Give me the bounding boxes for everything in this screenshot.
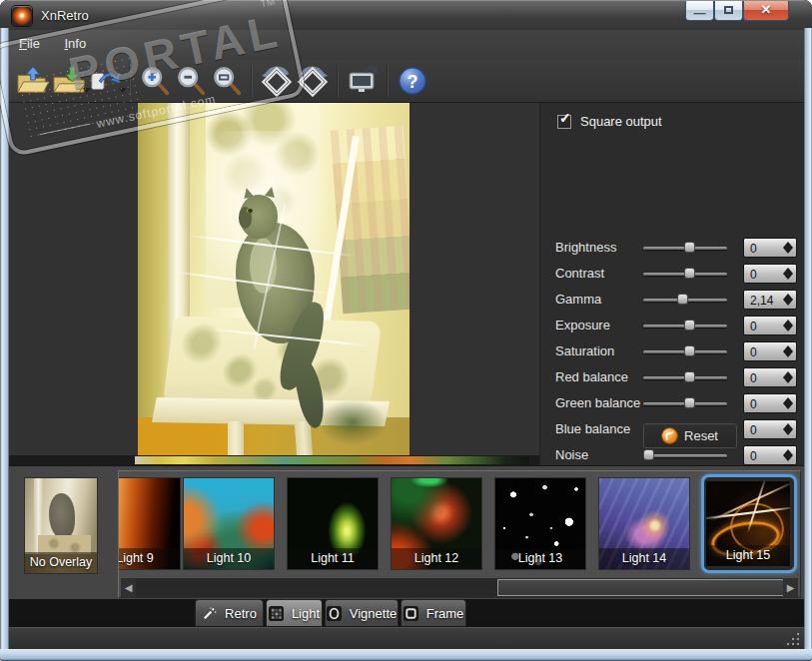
thumbnail-light-9[interactable]: Light 9 (118, 478, 180, 569)
zoom-fit-icon (211, 65, 243, 97)
share-button[interactable] (87, 63, 123, 99)
category-tabs-bar: Retro Light Vignette Frame (9, 599, 804, 627)
overlay-scrollbar[interactable]: ◀ ▶ (121, 578, 798, 597)
gamma-spinbox[interactable]: 2,14 (743, 290, 797, 310)
contrast-spinbox[interactable]: 0 (743, 264, 797, 284)
slider-thumb[interactable] (643, 449, 654, 460)
thumbnail-label: No Overlay (25, 552, 97, 573)
zoom-out-button[interactable] (173, 63, 209, 99)
slider-thumb[interactable] (684, 242, 695, 253)
spin-down-arrow[interactable] (783, 274, 793, 280)
open-folder-icon (16, 65, 50, 97)
gamma-slider[interactable] (643, 299, 727, 302)
close-button[interactable]: ✕ (743, 1, 789, 21)
image-preview-area[interactable] (9, 103, 539, 465)
noise-slider[interactable] (643, 454, 727, 457)
window-border-bottom (0, 649, 812, 661)
rotate-right-button[interactable] (295, 63, 331, 99)
control-row-brightness: Brightness 0 (540, 238, 804, 258)
green-balance-slider[interactable] (643, 402, 727, 405)
share-dropdown-caret[interactable] (119, 88, 127, 93)
rotate-display-button[interactable] (345, 63, 381, 99)
preview-bottom-band (9, 455, 539, 465)
thumbnail-label: Light 11 (288, 548, 378, 569)
thumbnail-light-13[interactable]: Light 13 (495, 478, 585, 569)
contrast-slider[interactable] (643, 273, 727, 276)
square-output-checkbox[interactable]: ✓ (557, 115, 571, 129)
brightness-slider[interactable] (643, 247, 727, 250)
scroll-right-arrow[interactable]: ▶ (783, 578, 798, 597)
slider-thumb[interactable] (684, 371, 695, 382)
green-balance-spinbox[interactable]: 0 (743, 393, 797, 413)
scrollbar-thumb[interactable] (497, 579, 789, 596)
zoom-fit-button[interactable] (209, 63, 245, 99)
noise-spinbox[interactable]: 0 (743, 445, 797, 465)
save-button[interactable] (51, 63, 87, 99)
preview-edge-strip (135, 456, 529, 464)
share-icon (88, 65, 122, 97)
spin-down-arrow[interactable] (783, 403, 793, 409)
blue-balance-spinbox[interactable]: 0 (743, 419, 797, 439)
exposure-slider[interactable] (643, 325, 727, 328)
wand-icon (202, 606, 217, 621)
open-folder-button[interactable] (15, 63, 51, 99)
thumbnail-light-10[interactable]: Light 10 (184, 478, 274, 569)
help-button[interactable]: ? (395, 63, 430, 99)
thumbnail-light-15-selected[interactable]: Light 15 (706, 481, 790, 566)
tab-light[interactable]: Light (266, 599, 323, 626)
spin-down-arrow[interactable] (783, 377, 793, 383)
zoom-in-button[interactable] (137, 63, 173, 99)
toolbar-separator (129, 65, 131, 97)
spin-down-arrow[interactable] (783, 455, 793, 461)
zoom-out-icon (175, 65, 207, 97)
spin-down-arrow[interactable] (783, 300, 793, 306)
slider-thumb[interactable] (684, 268, 695, 279)
spin-down-arrow[interactable] (783, 429, 793, 435)
slider-thumb[interactable] (684, 320, 695, 330)
minimize-button[interactable]: — (685, 1, 714, 21)
red-balance-slider[interactable] (643, 376, 727, 379)
thumbnail-light-11[interactable]: Light 11 (288, 478, 378, 569)
control-row-gamma: Gamma 2,14 (540, 290, 804, 310)
brightness-spinbox[interactable]: 0 (743, 238, 797, 258)
thumbnail-light-12[interactable]: Light 12 (392, 478, 481, 569)
slider-thumb[interactable] (684, 345, 695, 356)
toolbar: ? (9, 60, 804, 103)
saturation-spinbox[interactable]: 0 (743, 341, 797, 361)
resize-grip[interactable] (787, 633, 800, 646)
title-bar[interactable]: XnRetro — ✕ (0, 0, 812, 30)
tab-frame[interactable]: Frame (401, 599, 466, 626)
spin-down-arrow[interactable] (783, 326, 793, 331)
slider-thumb[interactable] (677, 294, 688, 305)
square-output-row[interactable]: ✓ Square output (557, 114, 662, 129)
spin-down-arrow[interactable] (783, 351, 793, 357)
reset-button[interactable]: Reset (643, 423, 737, 448)
tab-vignette[interactable]: Vignette (325, 599, 399, 626)
frame-icon (404, 606, 418, 621)
menu-info[interactable]: Info (54, 30, 96, 51)
exposure-spinbox[interactable]: 0 (743, 316, 797, 335)
spin-down-arrow[interactable] (783, 248, 793, 254)
rotate-left-button[interactable] (259, 63, 295, 99)
scroll-left-arrow[interactable]: ◀ (121, 578, 136, 597)
control-row-contrast: Contrast 0 (540, 264, 804, 284)
preview-photo (138, 103, 409, 456)
saturation-slider[interactable] (643, 350, 727, 353)
menu-file[interactable]: File (9, 30, 50, 51)
tab-retro[interactable]: Retro (195, 599, 264, 626)
window-border-left (0, 28, 9, 649)
toolbar-separator (251, 65, 253, 97)
thumbnail-light-14[interactable]: Light 14 (599, 478, 689, 569)
maximize-button[interactable] (714, 1, 743, 21)
svg-text:?: ? (407, 72, 418, 92)
rotate-display-icon (346, 64, 380, 98)
red-balance-spinbox[interactable]: 0 (743, 367, 797, 387)
slider-thumb[interactable] (684, 397, 695, 408)
square-output-label: Square output (580, 114, 662, 129)
thumbnail-label: Light 15 (706, 545, 790, 566)
rotate-left-icon (260, 64, 294, 98)
thumbnail-no-overlay[interactable]: No Overlay (25, 478, 97, 573)
reset-icon (662, 428, 677, 443)
control-row-red-balance: Red balance 0 (540, 367, 804, 387)
vignette-icon (327, 606, 342, 621)
